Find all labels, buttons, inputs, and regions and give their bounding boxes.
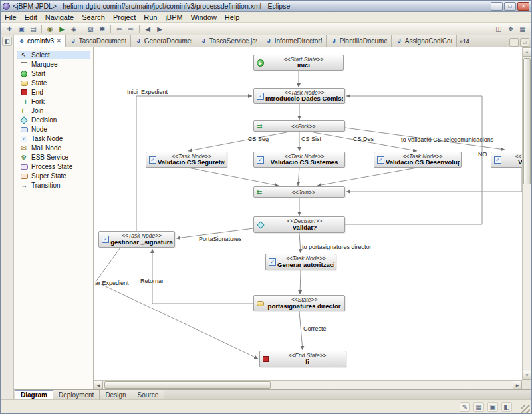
edge-fork-to-seguretat[interactable]: [188, 132, 287, 151]
palette-item[interactable]: Process State: [17, 162, 90, 171]
node-decision-validat[interactable]: <<Decision>>Validat?: [253, 216, 345, 233]
forward-icon[interactable]: ▶: [154, 23, 166, 34]
node-task-validacio-telecomunicacions[interactable]: <<Task Node>>Validació C: [491, 152, 522, 168]
edge-portasignatures-to-fi[interactable]: [299, 311, 303, 350]
node-task-generar-autoritzacio[interactable]: <<Task Node>>Generar autorització: [265, 254, 336, 270]
horizontal-scroll-track[interactable]: [103, 381, 513, 389]
vertical-scroll-thumb[interactable]: [523, 58, 531, 184]
palette-item[interactable]: Decision: [17, 116, 90, 124]
palette-item[interactable]: Node: [17, 125, 90, 134]
palette-item[interactable]: ESB Service: [17, 153, 90, 162]
node-name: gestionar _signatura: [110, 239, 173, 246]
node-task-validacio-seguretat[interactable]: <<Task Node>>Validacio CS Seguretat: [146, 152, 227, 168]
maximize-editor-icon[interactable]: □: [520, 38, 529, 47]
edge-telecomunicacions-to-join[interactable]: [346, 168, 522, 192]
close-window-button[interactable]: ✕: [517, 2, 529, 11]
maximize-window-button[interactable]: □: [504, 2, 516, 11]
jbpm-perspective-icon[interactable]: ▦: [517, 23, 529, 34]
palette-item-icon: [21, 81, 28, 86]
menu-item[interactable]: File: [1, 13, 21, 21]
editor-tab[interactable]: PlantillaDocumentDao: [327, 35, 392, 47]
page-tab[interactable]: Design: [100, 390, 132, 399]
menu-item[interactable]: Navigate: [41, 13, 78, 21]
search-icon[interactable]: ✱: [96, 23, 108, 34]
back-icon[interactable]: ◀: [142, 23, 154, 34]
smart-insert-icon[interactable]: ▦: [473, 402, 484, 412]
palette-item-icon: [21, 164, 28, 170]
node-task-introduccio[interactable]: <<Task Node>>Introduccio Dades Comissio: [253, 88, 345, 104]
debug-icon[interactable]: ◉: [44, 23, 56, 34]
palette-item[interactable]: State: [17, 79, 90, 87]
minimize-editor-icon[interactable]: –: [509, 38, 519, 47]
edge-desenvolupament-to-join[interactable]: [317, 168, 417, 186]
editor-tab[interactable]: GeneraDocumentHandle: [131, 35, 196, 47]
new-java-element-icon[interactable]: ▧: [84, 23, 96, 34]
run-icon[interactable]: ▶: [56, 23, 68, 34]
palette-item[interactable]: Start: [17, 69, 90, 78]
new-wizard-icon[interactable]: ✚: [3, 23, 15, 34]
editor-tab[interactable]: TascaDocumentsContro: [66, 35, 131, 47]
page-tab[interactable]: Deployment: [53, 390, 100, 399]
print-icon[interactable]: ▤: [27, 23, 39, 34]
close-tab-icon[interactable]: ✕: [57, 38, 61, 44]
node-join[interactable]: <<Join>>: [253, 186, 345, 198]
editor-tab[interactable]: AssignaCodiComissioH: [392, 35, 457, 47]
vertical-scroll-track[interactable]: [523, 57, 531, 371]
editor-tab-overflow[interactable]: »14: [457, 38, 472, 45]
scroll-right-icon[interactable]: ▶: [513, 381, 522, 389]
process-diagram-canvas[interactable]: <<Start State>>inici <<Task Node>>Introd…: [94, 47, 522, 380]
scroll-down-icon[interactable]: ▼: [523, 371, 531, 380]
palette-item[interactable]: Mail Node: [17, 144, 90, 152]
next-annotation-icon[interactable]: ⇨: [125, 23, 137, 34]
palette-item[interactable]: Fork: [17, 97, 90, 106]
open-perspective-icon[interactable]: ◫: [493, 23, 505, 34]
page-tab[interactable]: Source: [132, 390, 165, 399]
external-tools-icon[interactable]: ◈: [68, 23, 80, 34]
node-task-validacio-desenvolupament[interactable]: <<Task Node>>Validacio CS Desenvolupamen…: [374, 152, 462, 168]
menu-item[interactable]: Project: [109, 13, 140, 21]
window-titlebar[interactable]: <jBPM JPDL> - helium-dgtic-cominf/src/ma…: [1, 1, 531, 12]
palette-item[interactable]: Select: [17, 51, 90, 59]
java-perspective-icon[interactable]: ❖: [505, 23, 517, 34]
vertical-scrollbar[interactable]: ▲ ▼: [522, 47, 531, 380]
node-state-portasignatures[interactable]: <<State>>portasignatures director: [253, 295, 345, 311]
palette-item[interactable]: Task Node: [17, 134, 90, 143]
menu-item[interactable]: jBPM: [161, 13, 186, 21]
scroll-up-icon[interactable]: ▲: [523, 47, 531, 57]
menu-item[interactable]: Search: [78, 13, 109, 21]
node-fork[interactable]: <<Fork>>: [253, 120, 345, 132]
page-tab[interactable]: Diagram: [15, 390, 53, 399]
palette-item[interactable]: Marquee: [17, 60, 90, 69]
edge-portasignatures-to-gestionar[interactable]: [152, 249, 253, 304]
edge-generar-to-portasignatures[interactable]: [300, 270, 301, 294]
node-task-gestionar-signatura[interactable]: <<Task Node>>gestionar _signatura: [98, 231, 175, 248]
writable-icon[interactable]: ✎: [460, 402, 470, 412]
palette-item[interactable]: Transition: [17, 181, 90, 190]
fast-view-icon[interactable]: ◧: [2, 37, 12, 46]
menu-item[interactable]: Help: [221, 13, 244, 21]
node-end-fi[interactable]: <<End State>>fi: [259, 351, 346, 367]
node-task-validacio-sistemes[interactable]: <<Task Node>>Validacio CS Sistemes: [253, 152, 345, 168]
resize-grip[interactable]: [521, 405, 530, 413]
scroll-left-icon[interactable]: ◀: [94, 381, 103, 389]
heap-status-icon[interactable]: ▣: [487, 402, 498, 412]
edge-sistemes-to-join[interactable]: [298, 168, 299, 186]
palette-item[interactable]: End: [17, 88, 90, 97]
save-icon[interactable]: ▣: [15, 23, 27, 34]
node-start-inici[interactable]: <<Start State>>inici: [253, 55, 344, 71]
editor-tab[interactable]: cominfv3 ✕: [14, 35, 66, 47]
horizontal-scroll-thumb[interactable]: [104, 381, 271, 389]
palette-item[interactable]: Join: [17, 106, 90, 115]
editor-tab[interactable]: InformeDirectorMailH: [261, 35, 327, 47]
editor-tab[interactable]: TascaService.java: [196, 35, 261, 47]
menu-item[interactable]: Run: [140, 13, 161, 21]
menu-item[interactable]: Window: [187, 13, 221, 21]
palette-item[interactable]: Super State: [17, 172, 90, 180]
menu-item[interactable]: Edit: [21, 13, 41, 21]
edge-seguretat-to-join[interactable]: [188, 168, 279, 186]
previous-annotation-icon[interactable]: ⇦: [113, 23, 125, 34]
edge-decision-to-generar[interactable]: [299, 233, 301, 253]
minimize-window-button[interactable]: –: [491, 2, 503, 11]
horizontal-scrollbar[interactable]: ◀ ▶: [94, 380, 522, 389]
progress-icon[interactable]: ◧: [501, 402, 512, 412]
